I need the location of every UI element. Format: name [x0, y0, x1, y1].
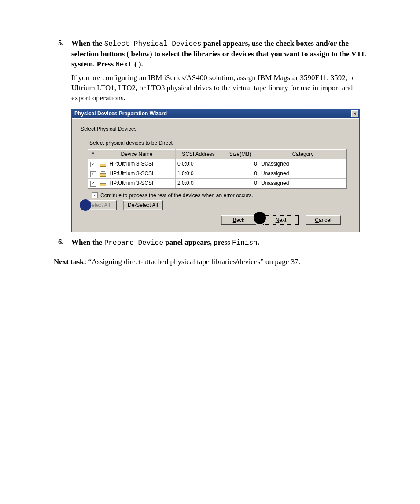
step-5-body: When the Select Physical Devices panel a… [71, 39, 366, 70]
step-6-body: When the Prepare Device panel appears, p… [71, 238, 366, 248]
close-icon: × [354, 111, 356, 116]
step-6: 6. When the Prepare Device panel appears… [54, 238, 366, 248]
page: 5. When the Select Physical Devices pane… [0, 0, 420, 504]
step-6-code2: Finish [232, 239, 258, 247]
back-underline: B [233, 217, 236, 223]
dialog-body: Select Physical Devices Select physical … [72, 118, 359, 232]
step-5: 5. When the Select Physical Devices pane… [54, 39, 366, 232]
continue-checkbox[interactable]: ✓ [92, 192, 98, 198]
next-task-text: “Assigning direct-attached physical tape… [86, 258, 300, 266]
back-button[interactable]: Back [221, 215, 256, 225]
device-name: HP:Ultrium 3-SCSI [109, 161, 153, 167]
dialog-titlebar: Physical Devices Preparation Wizard × [72, 109, 359, 118]
row-check-cell[interactable]: ✓ [88, 178, 98, 188]
wizard-dialog: Physical Devices Preparation Wizard × Se… [71, 109, 360, 232]
check-icon: ✓ [91, 172, 95, 176]
row-category-cell: Unassigned [259, 159, 347, 169]
dialog-title: Physical Devices Preparation Wizard [74, 110, 167, 117]
next-task-label: Next task: [54, 258, 86, 266]
row-size-cell: 0 [221, 159, 259, 169]
step-5-text-a: When the [71, 39, 104, 48]
selection-buttons-row: Select All De-Select All [81, 200, 357, 210]
row-scsi-cell: 0:0:0:0 [176, 159, 221, 169]
row-category-cell: Unassigned [259, 169, 347, 178]
cancel-underline: C [315, 217, 319, 223]
step-5-text-c: ( ). [133, 60, 143, 68]
next-button-wrap: Next [263, 215, 298, 225]
row-scsi-cell: 1:0:0:0 [176, 169, 221, 178]
step-6-text-b: panel appears, press [163, 238, 232, 246]
step-6-text-a: When the [71, 238, 104, 246]
step-number: 6. [58, 238, 64, 246]
step-5-code: Select Physical Devices [104, 40, 202, 48]
device-icon [100, 171, 106, 177]
check-icon: ✓ [91, 162, 95, 166]
row-checkbox[interactable]: ✓ [90, 181, 96, 187]
device-icon [100, 162, 106, 167]
col-star[interactable]: * [88, 149, 98, 159]
step-number: 5. [58, 39, 64, 48]
steps-list: 5. When the Select Physical Devices pane… [54, 39, 366, 248]
row-name-cell: HP:Ultrium 3-SCSI [98, 178, 176, 188]
footer-buttons: Back Next Cancel [78, 211, 357, 228]
device-name: HP:Ultrium 3-SCSI [109, 180, 153, 186]
step-6-code: Prepare Device [104, 239, 163, 247]
table-row[interactable]: ✓ HP:Ultrium 3-SCSI 1:0:0:0 0 Unassigned [88, 169, 347, 178]
check-icon: ✓ [93, 193, 97, 198]
row-checkbox[interactable]: ✓ [90, 162, 96, 167]
col-size[interactable]: Size(MB) [221, 149, 259, 159]
next-task: Next task: “Assigning direct-attached ph… [54, 257, 366, 267]
cancel-button[interactable]: Cancel [306, 215, 341, 225]
continue-on-error-row: ✓ Continue to process the rest of the de… [92, 192, 357, 199]
section-label: Select physical devices to be Direct [78, 138, 357, 149]
next-button[interactable]: Next [263, 215, 298, 225]
table-header-row: * Device Name SCSI Address Size(MB) Cate… [88, 149, 347, 159]
deselect-all-button[interactable]: De-Select All [123, 200, 163, 210]
step-5-para: If you are configuring an IBM iSeries/AS… [71, 73, 366, 103]
row-size-cell: 0 [221, 169, 259, 178]
black-callout-marker [254, 212, 266, 224]
col-device-name[interactable]: Device Name [98, 149, 176, 159]
back-rest: ack [236, 217, 245, 223]
check-icon: ✓ [91, 181, 95, 186]
row-check-cell[interactable]: ✓ [88, 169, 98, 178]
blue-callout-marker [80, 199, 91, 211]
table-row[interactable]: ✓ HP:Ultrium 3-SCSI 0:0:0:0 0 Unassigned [88, 159, 347, 169]
row-check-cell[interactable]: ✓ [88, 159, 98, 169]
next-rest: ext [279, 217, 286, 223]
step-6-text-c: . [258, 238, 259, 246]
row-scsi-cell: 2:0:0:0 [176, 178, 221, 188]
col-category[interactable]: Category [259, 149, 347, 159]
continue-label: Continue to process the rest of the devi… [100, 192, 253, 199]
table-row[interactable]: ✓ HP:Ultrium 3-SCSI 2:0:0:0 0 Unassigned [88, 178, 347, 188]
step-5-code2: Next [115, 61, 132, 69]
row-name-cell: HP:Ultrium 3-SCSI [98, 169, 176, 178]
device-name: HP:Ultrium 3-SCSI [109, 170, 153, 177]
devices-table-wrap: * Device Name SCSI Address Size(MB) Cate… [88, 149, 347, 189]
row-category-cell: Unassigned [259, 178, 347, 188]
device-icon [100, 181, 106, 186]
col-scsi-address[interactable]: SCSI Address [176, 149, 221, 159]
row-name-cell: HP:Ultrium 3-SCSI [98, 159, 176, 169]
row-checkbox[interactable]: ✓ [90, 171, 96, 177]
close-button[interactable]: × [351, 110, 358, 117]
cancel-rest: ancel [319, 217, 332, 223]
devices-table: * Device Name SCSI Address Size(MB) Cate… [88, 149, 346, 188]
dialog-subtitle: Select Physical Devices [78, 123, 357, 138]
row-size-cell: 0 [221, 178, 259, 188]
